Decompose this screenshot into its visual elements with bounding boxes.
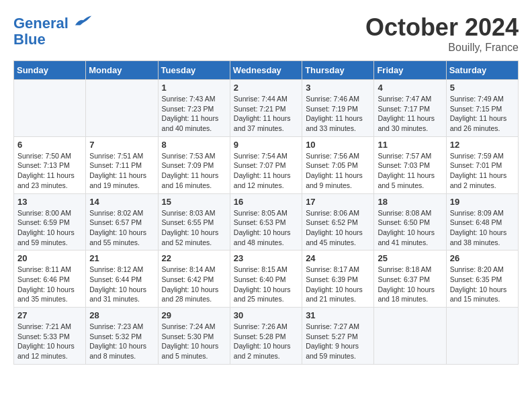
day-number: 31 bbox=[306, 310, 370, 320]
day-info: Sunrise: 8:03 AMSunset: 6:55 PMDaylight:… bbox=[162, 208, 226, 248]
logo: General Blue bbox=[13, 13, 93, 48]
calendar-cell: 18Sunrise: 8:08 AMSunset: 6:50 PMDayligh… bbox=[374, 193, 446, 250]
calendar-cell: 23Sunrise: 8:15 AMSunset: 6:40 PMDayligh… bbox=[230, 250, 302, 308]
day-number: 18 bbox=[378, 197, 442, 207]
calendar-cell: 15Sunrise: 8:03 AMSunset: 6:55 PMDayligh… bbox=[158, 193, 230, 250]
calendar-cell: 11Sunrise: 7:57 AMSunset: 7:03 PMDayligh… bbox=[374, 136, 446, 193]
day-number: 8 bbox=[162, 140, 226, 150]
day-info: Sunrise: 7:54 AMSunset: 7:07 PMDaylight:… bbox=[234, 151, 298, 191]
calendar-cell: 20Sunrise: 8:11 AMSunset: 6:46 PMDayligh… bbox=[14, 250, 86, 308]
day-info: Sunrise: 8:08 AMSunset: 6:50 PMDaylight:… bbox=[378, 208, 442, 248]
day-info: Sunrise: 8:09 AMSunset: 6:48 PMDaylight:… bbox=[450, 208, 515, 248]
day-info: Sunrise: 7:27 AMSunset: 5:27 PMDaylight:… bbox=[306, 322, 370, 361]
day-number: 23 bbox=[234, 253, 298, 263]
day-number: 12 bbox=[450, 140, 515, 150]
day-info: Sunrise: 7:43 AMSunset: 7:23 PMDaylight:… bbox=[162, 94, 226, 134]
day-info: Sunrise: 8:15 AMSunset: 6:40 PMDaylight:… bbox=[234, 265, 298, 304]
calendar-cell: 30Sunrise: 7:26 AMSunset: 5:28 PMDayligh… bbox=[230, 308, 302, 365]
title-block: October 2024 Bouilly, France bbox=[365, 13, 519, 54]
month-title: October 2024 bbox=[365, 13, 519, 42]
day-number: 7 bbox=[89, 140, 154, 150]
calendar-cell: 21Sunrise: 8:12 AMSunset: 6:44 PMDayligh… bbox=[86, 250, 158, 308]
week-row-5: 27Sunrise: 7:21 AMSunset: 5:33 PMDayligh… bbox=[14, 308, 519, 365]
logo-general: General bbox=[13, 15, 69, 32]
calendar-cell: 3Sunrise: 7:46 AMSunset: 7:19 PMDaylight… bbox=[302, 80, 374, 137]
calendar-table: SundayMondayTuesdayWednesdayThursdayFrid… bbox=[13, 60, 519, 365]
calendar-cell: 28Sunrise: 7:23 AMSunset: 5:32 PMDayligh… bbox=[86, 308, 158, 365]
day-info: Sunrise: 7:47 AMSunset: 7:17 PMDaylight:… bbox=[378, 94, 442, 134]
calendar-cell: 8Sunrise: 7:53 AMSunset: 7:09 PMDaylight… bbox=[158, 136, 230, 193]
day-number: 26 bbox=[450, 253, 515, 263]
day-number: 29 bbox=[162, 310, 226, 320]
week-row-1: 1Sunrise: 7:43 AMSunset: 7:23 PMDaylight… bbox=[14, 80, 519, 137]
calendar-cell: 9Sunrise: 7:54 AMSunset: 7:07 PMDaylight… bbox=[230, 136, 302, 193]
calendar-cell: 1Sunrise: 7:43 AMSunset: 7:23 PMDaylight… bbox=[158, 80, 230, 137]
day-info: Sunrise: 7:46 AMSunset: 7:19 PMDaylight:… bbox=[306, 94, 370, 134]
day-info: Sunrise: 8:11 AMSunset: 6:46 PMDaylight:… bbox=[17, 265, 82, 304]
day-number: 17 bbox=[306, 197, 370, 207]
day-info: Sunrise: 7:50 AMSunset: 7:13 PMDaylight:… bbox=[17, 151, 82, 191]
logo-text: General bbox=[13, 13, 93, 32]
day-number: 9 bbox=[234, 140, 298, 150]
calendar-cell: 5Sunrise: 7:49 AMSunset: 7:15 PMDaylight… bbox=[446, 80, 518, 137]
calendar-cell: 16Sunrise: 8:05 AMSunset: 6:53 PMDayligh… bbox=[230, 193, 302, 250]
week-row-3: 13Sunrise: 8:00 AMSunset: 6:59 PMDayligh… bbox=[14, 193, 519, 250]
day-info: Sunrise: 7:24 AMSunset: 5:30 PMDaylight:… bbox=[162, 322, 226, 361]
day-number: 4 bbox=[378, 83, 442, 93]
calendar-cell: 2Sunrise: 7:44 AMSunset: 7:21 PMDaylight… bbox=[230, 80, 302, 137]
day-number: 30 bbox=[234, 310, 298, 320]
col-header-thursday: Thursday bbox=[302, 61, 374, 80]
page-header: General Blue October 2024 Bouilly, Franc… bbox=[13, 13, 519, 54]
calendar-header-row: SundayMondayTuesdayWednesdayThursdayFrid… bbox=[14, 61, 519, 80]
day-number: 3 bbox=[306, 83, 370, 93]
day-number: 28 bbox=[89, 310, 154, 320]
day-info: Sunrise: 8:17 AMSunset: 6:39 PMDaylight:… bbox=[306, 265, 370, 304]
day-number: 10 bbox=[306, 140, 370, 150]
col-header-wednesday: Wednesday bbox=[230, 61, 302, 80]
day-info: Sunrise: 7:49 AMSunset: 7:15 PMDaylight:… bbox=[450, 94, 515, 134]
day-number: 5 bbox=[450, 83, 515, 93]
day-number: 2 bbox=[234, 83, 298, 93]
day-number: 1 bbox=[162, 83, 226, 93]
day-info: Sunrise: 8:20 AMSunset: 6:35 PMDaylight:… bbox=[450, 265, 515, 304]
day-number: 11 bbox=[378, 140, 442, 150]
day-number: 16 bbox=[234, 197, 298, 207]
location: Bouilly, France bbox=[365, 42, 519, 54]
calendar-cell: 13Sunrise: 8:00 AMSunset: 6:59 PMDayligh… bbox=[14, 193, 86, 250]
week-row-2: 6Sunrise: 7:50 AMSunset: 7:13 PMDaylight… bbox=[14, 136, 519, 193]
logo-blue: Blue bbox=[13, 32, 93, 48]
calendar-cell: 31Sunrise: 7:27 AMSunset: 5:27 PMDayligh… bbox=[302, 308, 374, 365]
calendar-cell: 26Sunrise: 8:20 AMSunset: 6:35 PMDayligh… bbox=[446, 250, 518, 308]
day-info: Sunrise: 7:26 AMSunset: 5:28 PMDaylight:… bbox=[234, 322, 298, 361]
day-info: Sunrise: 8:12 AMSunset: 6:44 PMDaylight:… bbox=[89, 265, 154, 304]
day-info: Sunrise: 7:23 AMSunset: 5:32 PMDaylight:… bbox=[89, 322, 154, 361]
day-number: 21 bbox=[89, 253, 154, 263]
day-info: Sunrise: 7:44 AMSunset: 7:21 PMDaylight:… bbox=[234, 94, 298, 134]
day-number: 14 bbox=[89, 197, 154, 207]
day-number: 6 bbox=[17, 140, 82, 150]
day-number: 13 bbox=[17, 197, 82, 207]
col-header-tuesday: Tuesday bbox=[158, 61, 230, 80]
calendar-cell: 14Sunrise: 8:02 AMSunset: 6:57 PMDayligh… bbox=[86, 193, 158, 250]
day-info: Sunrise: 7:59 AMSunset: 7:01 PMDaylight:… bbox=[450, 151, 515, 191]
calendar-cell: 17Sunrise: 8:06 AMSunset: 6:52 PMDayligh… bbox=[302, 193, 374, 250]
day-info: Sunrise: 7:21 AMSunset: 5:33 PMDaylight:… bbox=[17, 322, 82, 361]
day-number: 15 bbox=[162, 197, 226, 207]
col-header-monday: Monday bbox=[86, 61, 158, 80]
calendar-cell: 7Sunrise: 7:51 AMSunset: 7:11 PMDaylight… bbox=[86, 136, 158, 193]
day-info: Sunrise: 8:06 AMSunset: 6:52 PMDaylight:… bbox=[306, 208, 370, 248]
calendar-cell: 22Sunrise: 8:14 AMSunset: 6:42 PMDayligh… bbox=[158, 250, 230, 308]
calendar-cell: 27Sunrise: 7:21 AMSunset: 5:33 PMDayligh… bbox=[14, 308, 86, 365]
day-info: Sunrise: 8:02 AMSunset: 6:57 PMDaylight:… bbox=[89, 208, 154, 248]
day-info: Sunrise: 7:51 AMSunset: 7:11 PMDaylight:… bbox=[89, 151, 154, 191]
col-header-sunday: Sunday bbox=[14, 61, 86, 80]
week-row-4: 20Sunrise: 8:11 AMSunset: 6:46 PMDayligh… bbox=[14, 250, 519, 308]
col-header-friday: Friday bbox=[374, 61, 446, 80]
calendar-cell bbox=[14, 80, 86, 137]
calendar-cell bbox=[446, 308, 518, 365]
day-number: 20 bbox=[17, 253, 82, 263]
calendar-cell: 12Sunrise: 7:59 AMSunset: 7:01 PMDayligh… bbox=[446, 136, 518, 193]
calendar-cell bbox=[86, 80, 158, 137]
day-info: Sunrise: 7:57 AMSunset: 7:03 PMDaylight:… bbox=[378, 151, 442, 191]
calendar-cell: 19Sunrise: 8:09 AMSunset: 6:48 PMDayligh… bbox=[446, 193, 518, 250]
